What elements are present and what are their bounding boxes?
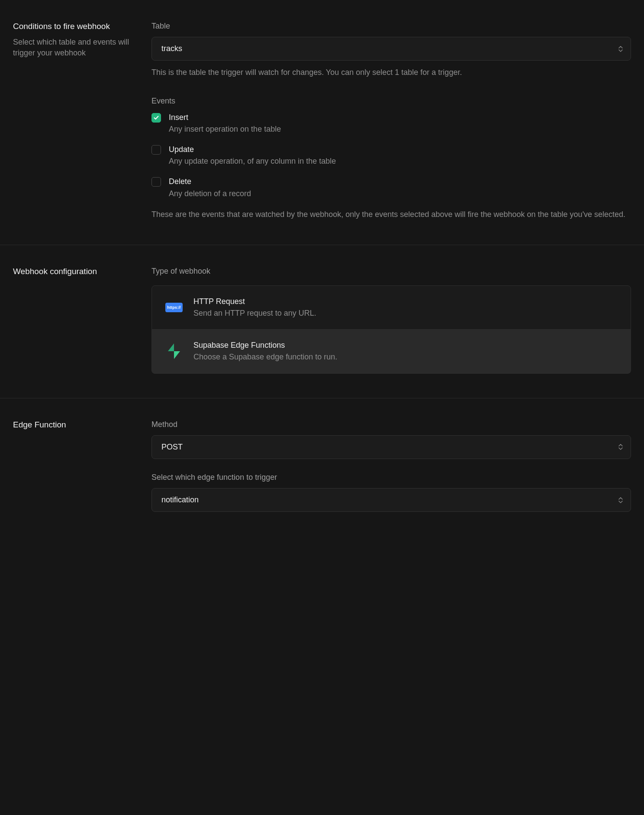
function-select-value: notification (161, 495, 199, 505)
event-desc: Any insert operation on the table (169, 124, 281, 135)
table-field-label: Table (151, 21, 631, 32)
section-edge-function: Edge Function Method POST Select which e… (0, 398, 644, 537)
type-label: Type of webhook (151, 266, 631, 277)
event-checkbox-insert[interactable] (151, 113, 161, 123)
config-title: Webhook configuration (13, 266, 143, 278)
event-row-delete: Delete Any deletion of a record (151, 176, 631, 199)
edge-title: Edge Function (13, 419, 143, 431)
chevron-up-down-icon (618, 45, 624, 53)
http-icon: https:// (164, 298, 184, 317)
event-row-insert: Insert Any insert operation on the table (151, 112, 631, 135)
type-desc: Send an HTTP request to any URL. (193, 308, 316, 319)
webhook-type-http[interactable]: https:// HTTP Request Send an HTTP reque… (151, 285, 631, 330)
type-title: Supabase Edge Functions (193, 340, 337, 351)
event-name: Update (169, 144, 336, 155)
chevron-up-down-icon (618, 443, 624, 451)
event-name: Delete (169, 176, 251, 187)
chevron-up-down-icon (618, 496, 624, 504)
table-select-value: tracks (161, 43, 182, 54)
method-select[interactable]: POST (151, 435, 631, 459)
type-title: HTTP Request (193, 296, 316, 307)
event-checkbox-delete[interactable] (151, 177, 161, 187)
section-conditions: Conditions to fire webhook Select which … (0, 0, 644, 245)
supabase-icon (164, 341, 184, 361)
method-select-value: POST (161, 442, 183, 453)
method-label: Method (151, 419, 631, 430)
function-select[interactable]: notification (151, 488, 631, 512)
webhook-type-edge-function[interactable]: Supabase Edge Functions Choose a Supabas… (151, 330, 631, 373)
event-checkbox-update[interactable] (151, 145, 161, 155)
function-select-label: Select which edge function to trigger (151, 472, 631, 483)
events-field-label: Events (151, 96, 631, 107)
conditions-title: Conditions to fire webhook (13, 21, 143, 32)
event-desc: Any deletion of a record (169, 188, 251, 199)
section-webhook-config: Webhook configuration Type of webhook ht… (0, 245, 644, 398)
event-name: Insert (169, 112, 281, 123)
table-select[interactable]: tracks (151, 37, 631, 61)
event-desc: Any update operation, of any column in t… (169, 156, 336, 167)
events-helper-text: These are the events that are watched by… (151, 209, 631, 220)
table-helper-text: This is the table the trigger will watch… (151, 67, 631, 78)
event-row-update: Update Any update operation, of any colu… (151, 144, 631, 167)
type-desc: Choose a Supabase edge function to run. (193, 352, 337, 362)
conditions-subtitle: Select which table and events will trigg… (13, 37, 143, 58)
